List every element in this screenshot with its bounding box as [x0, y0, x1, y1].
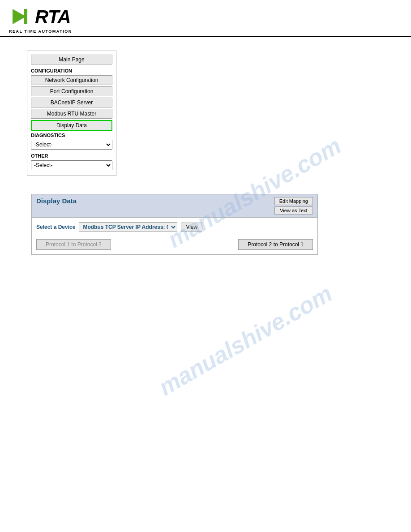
display-panel: Display Data Edit Mapping View as Text S…	[31, 194, 318, 255]
view-as-text-button[interactable]: View as Text	[274, 206, 313, 215]
nav-panel: Main Page CONFIGURATION Network Configur…	[27, 51, 116, 176]
nav-modbus-master[interactable]: Modbus RTU Master	[31, 109, 112, 119]
nav-network-config[interactable]: Network Configuration	[31, 75, 112, 85]
diagnostics-label: DIAGNOSTICS	[31, 133, 112, 138]
display-data-title: Display Data	[36, 197, 77, 205]
other-select[interactable]: -Select-	[31, 160, 112, 170]
svg-rect-1	[24, 9, 27, 24]
protocol1-to-2-button[interactable]: Protocol 1 to Protocol 2	[36, 239, 111, 250]
protocol-buttons-row: Protocol 1 to Protocol 2 Protocol 2 to P…	[36, 239, 313, 250]
logo-text: RTA	[35, 6, 70, 28]
main-page-button[interactable]: Main Page	[31, 55, 112, 64]
diagnostics-select[interactable]: -Select-	[31, 140, 112, 150]
device-dropdown[interactable]: Modbus TCP Server IP Address: 0.0.0.0	[79, 222, 177, 232]
configuration-label: CONFIGURATION	[31, 68, 112, 73]
display-panel-body: Select a Device Modbus TCP Server IP Add…	[32, 218, 317, 254]
protocol2-to-1-button[interactable]: Protocol 2 to Protocol 1	[238, 239, 313, 250]
display-panel-buttons: Edit Mapping View as Text	[274, 197, 313, 215]
logo-tagline: REAL TIME AUTOMATION	[9, 29, 72, 34]
view-button[interactable]: View	[181, 223, 202, 232]
device-select-row: Select a Device Modbus TCP Server IP Add…	[36, 222, 313, 232]
header: RTA REAL TIME AUTOMATION	[0, 0, 411, 37]
logo: RTA REAL TIME AUTOMATION	[9, 4, 72, 34]
nav-display-data[interactable]: Display Data	[31, 120, 112, 131]
watermark-2: manualshive.com	[154, 280, 337, 401]
select-device-label: Select a Device	[36, 224, 75, 230]
display-panel-header: Display Data Edit Mapping View as Text	[32, 194, 317, 218]
nav-port-config[interactable]: Port Configuration	[31, 86, 112, 96]
edit-mapping-button[interactable]: Edit Mapping	[274, 197, 313, 205]
nav-bacnet-server[interactable]: BACnet/IP Server	[31, 98, 112, 107]
main-content: Main Page CONFIGURATION Network Configur…	[0, 37, 411, 268]
rta-logo-icon	[10, 4, 35, 29]
other-label: OTHER	[31, 153, 112, 159]
